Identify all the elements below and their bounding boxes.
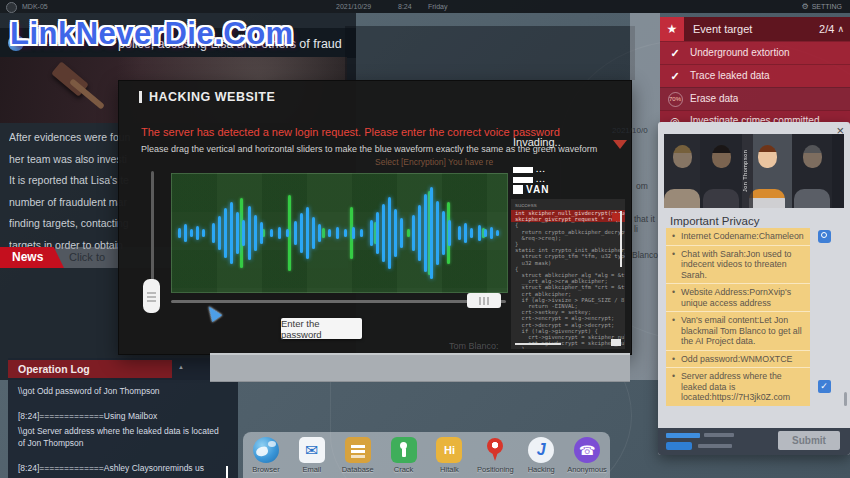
dropdown-triangle-icon[interactable] <box>613 140 627 149</box>
logo-dots: ... <box>536 177 546 183</box>
privacy-note[interactable]: Van's email content:Let Jon blackmail To… <box>666 311 838 350</box>
dock-item-label: Anonymous <box>564 465 610 474</box>
dock-item-label: Hacking <box>518 465 564 474</box>
blue-waveform-bar <box>442 211 445 255</box>
event-target-item[interactable]: ✓Underground extortion <box>660 41 850 64</box>
checkbox-checked-icon[interactable]: ✓ <box>818 380 831 393</box>
blue-waveform-bar <box>478 225 481 241</box>
logo-bar <box>513 167 533 173</box>
submit-button[interactable]: Submit <box>778 431 840 450</box>
portrait-dim-overlay <box>700 134 742 208</box>
app-logo-icon <box>6 2 17 13</box>
locate-icon[interactable] <box>818 230 831 243</box>
blue-waveform-bar <box>260 222 263 244</box>
privacy-note[interactable]: Internet Codename:Chameleon <box>666 228 838 245</box>
privacy-note-text: Odd password:WNMOXTCE <box>666 350 810 368</box>
event-item-label: Underground extortion <box>690 47 796 60</box>
privacy-title: Important Privacy <box>670 215 759 227</box>
blue-waveform-bar <box>370 220 373 246</box>
code-line: return crypto_ablkcipher_decrypt( <box>511 229 625 235</box>
character-carousel[interactable]: Jon Thompson <box>664 134 844 208</box>
bleedthrough-text: Tom Blanco: <box>449 341 499 351</box>
character-portrait[interactable] <box>700 134 742 208</box>
mouse-cursor-icon <box>204 303 222 322</box>
operation-log-panel[interactable]: Operation Log ▲ \\got Odd password of Jo… <box>8 358 238 478</box>
code-line: crt->decrypt = alg->decrypt; <box>511 322 625 328</box>
dock-item-hitalk[interactable]: HiHitalk <box>427 437 473 478</box>
blue-waveform-bar <box>336 227 339 239</box>
important-privacy-panel: × Jon Thompson Important Privacy Interne… <box>658 122 850 455</box>
privacy-note[interactable]: Server address where the leaked data is … <box>666 367 838 406</box>
code-line: struct ablkcipher_tfm *crt = &tfm-> <box>511 284 625 290</box>
code-vertical-scrollbar[interactable] <box>620 211 622 267</box>
operation-log-line: \\got Odd password of Jon Thompson <box>18 385 226 397</box>
code-horizontal-scrollbar[interactable] <box>515 343 561 346</box>
blue-waveform-bar <box>376 212 379 254</box>
horizontal-slider-handle[interactable] <box>467 293 501 308</box>
portrait-dim-overlay <box>832 134 844 208</box>
dock-item-email[interactable]: ✉Email <box>289 437 335 478</box>
character-portrait[interactable] <box>832 134 844 208</box>
character-portrait[interactable] <box>792 134 832 208</box>
privacy-note[interactable]: Chat with Sarah:Jon used to indecent vid… <box>666 245 838 284</box>
blue-waveform-bar <box>448 220 451 246</box>
event-item-icon-cell: ✓ <box>660 70 690 83</box>
background-date-fragment: 2021/10/0 <box>612 126 648 135</box>
top-status-bar: MDK-05 2021/10/29 8:24 Friday ⚙SETTING <box>0 0 850 13</box>
character-portrait[interactable] <box>664 134 700 208</box>
dock-item-browser[interactable]: Browser <box>243 437 289 478</box>
code-terminal[interactable]: success int skcipher_null_givdecrypt(str… <box>511 199 625 349</box>
code-line: skcipher_givcrypt_request * req) <box>511 216 625 222</box>
event-target-item[interactable]: 70%Erase data <box>660 87 850 110</box>
privacy-note[interactable]: Website Address:PornXvip's unique access… <box>666 283 838 311</box>
character-portrait-selected[interactable]: Jon Thompson <box>742 134 792 208</box>
dialog-titlebar[interactable]: HACKING WEBSITE <box>119 81 631 109</box>
dock-item-positioning[interactable]: Positioning <box>472 437 518 478</box>
blue-waveform-bar <box>300 213 303 253</box>
bleedthrough-text: Select [Encryption] You have re <box>375 157 493 167</box>
folder-icon <box>345 437 371 463</box>
privacy-notes-list: Internet Codename:ChameleonChat with Sar… <box>666 228 838 406</box>
dock-item-label: Database <box>335 465 381 474</box>
privacy-note-text: Van's email content:Let Jon blackmail To… <box>666 311 810 350</box>
code-lines: int skcipher_null_givdecrypt(structskcip… <box>511 210 625 349</box>
dock-item-hacking[interactable]: JHacking <box>518 437 564 478</box>
blue-waveform-bar <box>412 215 415 251</box>
blue-waveform-bar <box>360 229 363 237</box>
chevron-up-icon[interactable]: ∧ <box>837 24 844 34</box>
globe-icon <box>253 437 279 463</box>
blue-waveform-bar <box>470 228 473 238</box>
blue-waveform-bar <box>344 229 347 237</box>
horizontal-slider-track[interactable] <box>171 300 506 303</box>
dock-item-crack[interactable]: Crack <box>381 437 427 478</box>
enter-password-button[interactable]: Enter the password <box>281 318 362 339</box>
setting-button[interactable]: ⚙SETTING <box>801 2 842 11</box>
gear-icon: ⚙ <box>801 2 808 11</box>
blue-waveform-bar <box>388 197 391 269</box>
hi-chat-icon: Hi <box>436 437 462 463</box>
dock-item-anonymous[interactable]: ☎Anonymous <box>564 437 610 478</box>
vertical-slider-handle[interactable] <box>143 279 160 313</box>
meta-tag-bar <box>666 433 700 438</box>
event-target-item[interactable]: ✓Trace leaked data <box>660 64 850 87</box>
blue-waveform-bar <box>236 212 239 254</box>
background-window <box>345 26 635 80</box>
blue-waveform-bar <box>196 226 199 240</box>
dock-item-database[interactable]: Database <box>335 437 381 478</box>
background-page-edge: om that it li Blanco: <box>630 13 660 380</box>
privacy-note-side: ✓ <box>810 367 838 406</box>
blue-waveform-bar <box>424 194 427 272</box>
privacy-note-text: Server address where the leaked data is … <box>666 367 810 406</box>
vertical-slider-track[interactable] <box>151 171 154 293</box>
keyhole-icon <box>391 437 417 463</box>
privacy-note[interactable]: Odd password:WNMOXTCE <box>666 350 838 368</box>
blue-waveform-bar <box>190 229 193 237</box>
log-collapse-icon[interactable]: ▲ <box>178 364 184 370</box>
blue-waveform-bar <box>248 206 251 260</box>
event-target-header[interactable]: ★ Event target 2/4 ∧ <box>660 17 850 41</box>
news-tab[interactable]: News <box>0 247 64 268</box>
privacy-scrollbar[interactable] <box>844 392 847 406</box>
blue-waveform-bar <box>430 187 433 279</box>
event-target-title: Event target <box>684 23 819 35</box>
event-item-icon-cell: 70% <box>660 92 690 107</box>
